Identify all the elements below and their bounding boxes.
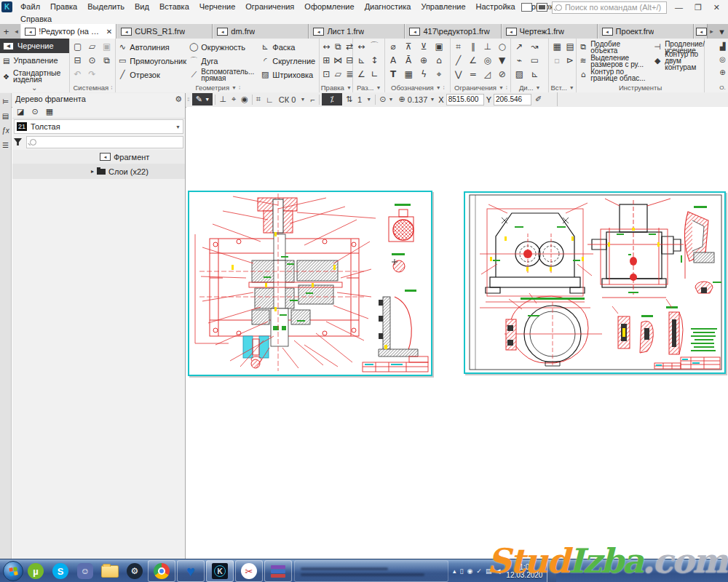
constraint-tool-icon[interactable]: ⌗ bbox=[453, 40, 464, 52]
step-select[interactable]: 1 ▼ bbox=[356, 93, 373, 105]
image-tool-icon[interactable]: ▦ bbox=[46, 107, 53, 116]
designation-tool-icon[interactable]: ⌖ bbox=[433, 68, 445, 80]
drag-grip[interactable]: ⁞⁞ bbox=[187, 96, 189, 103]
taskbar-explorer-icon[interactable] bbox=[98, 560, 122, 582]
tab-curs-r1[interactable]: ◂ CURS_R1.frw bbox=[116, 24, 213, 39]
snap-mode-button[interactable]: ⁒ bbox=[322, 93, 342, 105]
edit-tool-icon[interactable]: ⧉ bbox=[333, 40, 342, 52]
sheet-assembly-drawing[interactable] bbox=[188, 191, 432, 376]
tab-list1[interactable]: ◂ Лист 1.frw bbox=[309, 24, 405, 39]
tab-reduktor1[interactable]: ◂ 417\редуктор1.frw bbox=[405, 24, 501, 39]
tool-offset-object[interactable]: ⧉Подобиеобъекта bbox=[578, 40, 651, 54]
sheet-housing-drawing[interactable] bbox=[464, 191, 726, 374]
o-tool-icon[interactable]: ▟ bbox=[718, 41, 727, 51]
dim-tool-icon[interactable]: ⌒ bbox=[368, 40, 380, 52]
tree-item-layers[interactable]: ▸ Слои (x22) bbox=[12, 164, 185, 179]
coordinate-system-select[interactable]: СК 0 ▼ bbox=[277, 93, 307, 105]
menu-help[interactable]: Справка bbox=[15, 12, 57, 25]
insert-tool-icon[interactable]: ▦ bbox=[551, 40, 563, 52]
start-button[interactable] bbox=[3, 561, 23, 581]
constraint-tool-icon[interactable]: ◎ bbox=[482, 54, 494, 66]
drawing-canvas[interactable] bbox=[186, 107, 728, 559]
constraint-tool-icon[interactable]: ∠ bbox=[467, 54, 479, 66]
dim-tool-icon[interactable]: ↕ bbox=[368, 54, 380, 66]
snap-view-icon[interactable]: ◉ bbox=[240, 93, 250, 105]
constraint-tool-icon[interactable]: ⋁ bbox=[453, 68, 464, 80]
dim-tool-icon[interactable]: ∠ bbox=[355, 68, 367, 80]
snap-rotate-icon[interactable]: ⌖ bbox=[230, 93, 237, 105]
taskbar-steam-icon[interactable]: ⚙ bbox=[122, 560, 147, 582]
expander-icon[interactable]: ▸ bbox=[91, 168, 94, 175]
preview-icon[interactable]: ⊙ bbox=[87, 54, 98, 66]
constraint-tool-icon[interactable]: ∥ bbox=[467, 40, 479, 52]
constraint-tool-icon[interactable]: ⊘ bbox=[496, 68, 508, 80]
designation-tool-icon[interactable]: ⊻ bbox=[418, 40, 430, 52]
tree-item-fragment[interactable]: ◂ Фрагмент bbox=[12, 150, 185, 164]
taskbar-kompas-button[interactable]: K bbox=[206, 560, 234, 582]
diag-tool-icon[interactable]: ▭ bbox=[529, 54, 540, 66]
save-all-icon[interactable]: ⧉ bbox=[101, 54, 113, 66]
edit-tool-icon[interactable]: ⊡ bbox=[322, 68, 331, 80]
properties-panel-icon[interactable]: ▤ bbox=[2, 112, 9, 120]
category-draw[interactable]: ◂ Черчение bbox=[0, 39, 69, 53]
designation-tool-icon[interactable]: ⊼ bbox=[403, 40, 414, 52]
show-desktop-button[interactable] bbox=[547, 559, 556, 582]
menu-select[interactable]: Выделить bbox=[82, 0, 130, 13]
taskbar-chrome-button[interactable] bbox=[148, 560, 175, 582]
dim-tool-icon[interactable]: ∟ bbox=[368, 68, 380, 80]
step-icon[interactable]: ⇅ bbox=[344, 93, 354, 105]
filter-icon[interactable] bbox=[14, 138, 22, 146]
menu-constraints[interactable]: Ограничения bbox=[240, 0, 299, 13]
constraint-tool-icon[interactable]: ╱ bbox=[453, 54, 464, 66]
undo-icon[interactable]: ↶ bbox=[72, 68, 84, 80]
layout-preview-icon[interactable] bbox=[537, 3, 547, 12]
menu-layout[interactable]: Оформление bbox=[299, 0, 359, 13]
zoom-select[interactable]: ⊕ 0.137 ▼ bbox=[397, 93, 437, 105]
designation-tool-icon[interactable]: ⌀ bbox=[387, 40, 399, 52]
coordinate-system-icon[interactable]: ∟ bbox=[264, 93, 275, 105]
designation-tool-icon[interactable]: Ā bbox=[403, 54, 414, 66]
o-tool-icon[interactable]: ◎ bbox=[718, 54, 727, 64]
layers-panel-icon[interactable]: ☰ bbox=[2, 141, 9, 149]
taskbar-window-button[interactable] bbox=[294, 560, 448, 582]
taskbar-winrar-button[interactable] bbox=[264, 560, 292, 582]
select-tool-icon[interactable]: ⊙ bbox=[31, 107, 38, 116]
tab-list-button[interactable]: ▾ bbox=[716, 24, 728, 39]
designation-tool-icon[interactable]: A bbox=[387, 54, 399, 66]
restore-button[interactable]: ❐ bbox=[691, 3, 705, 12]
tool-hatch[interactable]: ▨Штриховка bbox=[260, 68, 320, 81]
app-icon[interactable]: K bbox=[1, 1, 12, 12]
menu-manage[interactable]: Управление bbox=[416, 0, 470, 13]
designation-tool-icon[interactable]: ⌂ bbox=[433, 54, 445, 66]
diag-tool-icon[interactable]: ↝ bbox=[529, 40, 540, 52]
scroll-tabs-right-button[interactable]: ▸ bbox=[708, 24, 716, 39]
table-tool-icon[interactable]: ▦ bbox=[403, 68, 414, 80]
dim-tool-icon[interactable]: ↔ bbox=[355, 40, 367, 52]
edit-tool-icon[interactable]: ⊞ bbox=[322, 54, 331, 66]
picker-icon[interactable]: ✐ bbox=[534, 93, 543, 105]
taskbar-discord-icon[interactable]: ☺ bbox=[73, 560, 98, 582]
taskbar-heart-app-button[interactable]: ♥ bbox=[177, 560, 205, 582]
variables-panel-icon[interactable]: ƒx bbox=[1, 127, 9, 135]
tool-chamfer[interactable]: ⊾Фаска bbox=[260, 40, 320, 54]
layer-tool-icon[interactable]: ◪ bbox=[17, 107, 24, 116]
diag-tool-icon[interactable]: ⊾ bbox=[529, 68, 540, 80]
close-button[interactable]: ✕ bbox=[710, 3, 724, 12]
menu-diagnostics[interactable]: Диагностика bbox=[360, 0, 416, 13]
o-tool-icon[interactable]: ⊕ bbox=[718, 67, 727, 77]
grid-toggle-icon[interactable]: ⌗ bbox=[255, 93, 262, 105]
minimize-button[interactable]: — bbox=[671, 3, 687, 12]
constraint-tool-icon[interactable]: ▼ bbox=[496, 54, 508, 66]
new-doc-icon[interactable]: ▢ bbox=[72, 40, 84, 52]
edit-tool-icon[interactable]: ▱ bbox=[333, 68, 342, 80]
designation-tool-icon[interactable]: ϟ bbox=[418, 68, 430, 80]
text-tool-icon[interactable]: T bbox=[387, 68, 399, 80]
tab-chertezh1[interactable]: ◂ Чертеж1.frw bbox=[502, 24, 598, 39]
snap-perpendicular-icon[interactable]: ⊥ bbox=[218, 93, 228, 105]
tool-circle[interactable]: ◯Окружность bbox=[189, 40, 258, 54]
designation-tool-icon[interactable]: ▣ bbox=[433, 40, 445, 52]
edit-tool-icon[interactable]: ⋈ bbox=[333, 54, 342, 66]
constraint-tool-icon[interactable]: = bbox=[467, 68, 479, 80]
tray-icon[interactable]: ✓ bbox=[476, 567, 482, 575]
insert-tool-icon[interactable]: ▫ bbox=[551, 54, 563, 66]
